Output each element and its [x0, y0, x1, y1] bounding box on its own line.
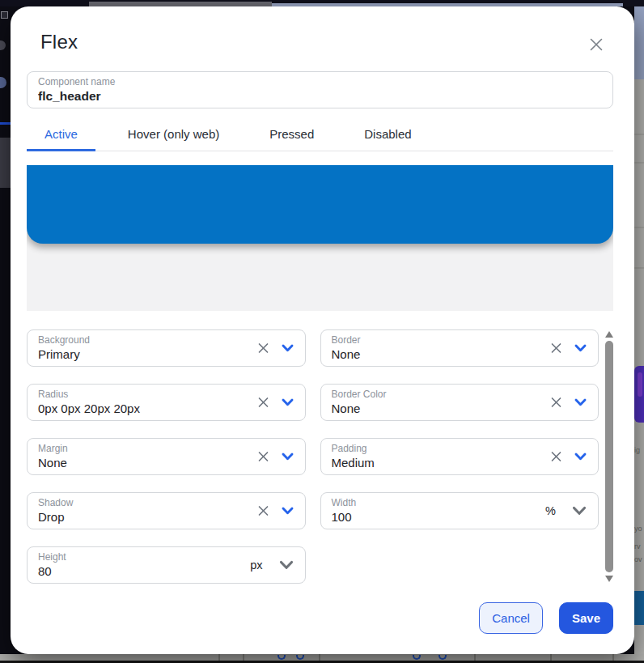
page-behind-illustration-fragment [638, 372, 642, 397]
x-clear-icon[interactable] [256, 504, 270, 518]
page-behind-divider [319, 654, 320, 661]
field-padding[interactable]: Padding Medium [320, 438, 600, 475]
field-label: Background [38, 334, 216, 346]
chevron-down-icon[interactable] [574, 450, 587, 464]
page-behind-divider [218, 654, 220, 661]
field-label: Height [38, 551, 216, 563]
page-behind-text-fragment: yo [634, 525, 644, 533]
scroll-up-arrow[interactable] [605, 331, 613, 338]
state-tabs: Active Hover (only web) Pressed Disabled [27, 119, 613, 151]
tab-disabled[interactable]: Disabled [346, 120, 429, 151]
field-value: 0px 0px 20px 20px [38, 401, 216, 416]
page-behind-text-fragment: ov [634, 555, 644, 563]
x-clear-icon[interactable] [549, 396, 563, 410]
tab-hover-only-web[interactable]: Hover (only web) [110, 120, 237, 151]
field-value: Primary [38, 346, 216, 362]
component-name-label: Component name [38, 76, 602, 88]
field-value: None [38, 455, 216, 470]
component-name-input[interactable] [38, 88, 602, 104]
page-behind-glyph-fragment [413, 655, 421, 660]
page-behind-divider [550, 654, 552, 661]
page-behind-divider [243, 654, 244, 661]
flex-preview-shape [27, 165, 613, 244]
page-behind-right-edge: ig yo rv ov [634, 6, 644, 654]
page-behind-icon-fragment [1, 11, 8, 19]
page-behind-glyph-fragment [296, 655, 304, 660]
field-background[interactable]: Background Primary [27, 329, 306, 367]
field-value: Medium [332, 455, 510, 470]
chevron-down-icon[interactable] [281, 504, 294, 518]
field-border[interactable]: Border None [320, 329, 600, 367]
chevron-down-icon[interactable] [571, 503, 587, 519]
close-icon-glyph [587, 36, 605, 53]
page-behind-accent-fragment [0, 122, 11, 125]
chevron-down-icon[interactable] [574, 342, 587, 355]
component-preview-area [27, 165, 613, 311]
field-margin[interactable]: Margin None [27, 438, 306, 475]
page-behind-text-fragment: ig [634, 446, 644, 454]
page-behind-divider [634, 267, 644, 269]
field-radius[interactable]: Radius 0px 0px 20px 20px [27, 384, 306, 421]
unit-label: px [250, 559, 262, 572]
page-behind-text-fragment: rv [634, 542, 644, 550]
field-label: Border Color [332, 389, 510, 401]
field-value: Drop [38, 509, 216, 525]
field-label: Radius [38, 389, 216, 401]
chevron-down-icon[interactable] [574, 396, 587, 410]
chevron-down-icon[interactable] [281, 396, 294, 410]
dialog-actions: Cancel Save [27, 602, 613, 634]
field-label: Border [332, 334, 510, 346]
page-behind-glyph-fragment [439, 655, 447, 660]
page-behind-avatar-fragment [0, 77, 6, 88]
scrollbar-thumb[interactable] [605, 341, 613, 572]
field-shadow[interactable]: Shadow Drop [27, 492, 306, 529]
chevron-down-icon[interactable] [281, 342, 294, 355]
close-icon[interactable] [587, 36, 605, 53]
page-behind-divider [634, 227, 644, 228]
flex-component-dialog: Flex Component name Active Hover (only w… [11, 6, 634, 654]
page-behind-banner-fragment [634, 6, 644, 79]
field-height[interactable]: Height 80 px [27, 546, 306, 584]
page-behind-panel-fragment [0, 138, 11, 188]
fields-grid: Background Primary Border None Radius 0p… [27, 329, 599, 584]
dialog-title: Flex [27, 31, 613, 53]
field-label: Margin [38, 443, 216, 455]
x-clear-icon[interactable] [549, 450, 563, 464]
scroll-down-arrow[interactable] [605, 576, 613, 582]
field-value: 100 [332, 509, 510, 525]
field-label: Shadow [38, 497, 216, 509]
x-clear-icon[interactable] [256, 450, 270, 464]
page-behind-divider [634, 162, 644, 164]
style-properties-form: Background Primary Border None Radius 0p… [27, 329, 613, 584]
field-value: None [332, 346, 510, 362]
tab-active[interactable]: Active [27, 120, 95, 151]
page-behind-avatar-fragment [0, 40, 6, 50]
page-behind-glyph-fragment [278, 655, 286, 660]
field-value: 80 [38, 563, 216, 579]
field-border-color[interactable]: Border Color None [320, 384, 600, 421]
field-width[interactable]: Width 100 % [320, 492, 600, 529]
x-clear-icon[interactable] [549, 342, 563, 355]
page-behind-bottom-bar [0, 654, 644, 663]
x-clear-icon[interactable] [256, 396, 270, 410]
chevron-down-icon[interactable] [278, 557, 294, 573]
page-behind-divider [634, 134, 644, 135]
chevron-down-icon[interactable] [281, 450, 294, 464]
page-behind-top-bar [0, 0, 644, 6]
page-behind-divider [612, 654, 614, 661]
save-button[interactable]: Save [559, 602, 613, 634]
page-behind-button-fragment [634, 591, 644, 625]
component-name-field[interactable]: Component name [27, 71, 613, 108]
cancel-button[interactable]: Cancel [479, 602, 543, 634]
unit-label: % [545, 504, 556, 517]
page-behind-divider [474, 654, 476, 661]
form-scrollbar[interactable] [605, 329, 613, 584]
field-label: Width [332, 497, 510, 509]
x-clear-icon[interactable] [256, 342, 270, 355]
tab-pressed[interactable]: Pressed [252, 120, 332, 151]
field-label: Padding [332, 443, 510, 455]
field-value: None [332, 401, 510, 416]
dialog-header: Flex [27, 31, 613, 53]
